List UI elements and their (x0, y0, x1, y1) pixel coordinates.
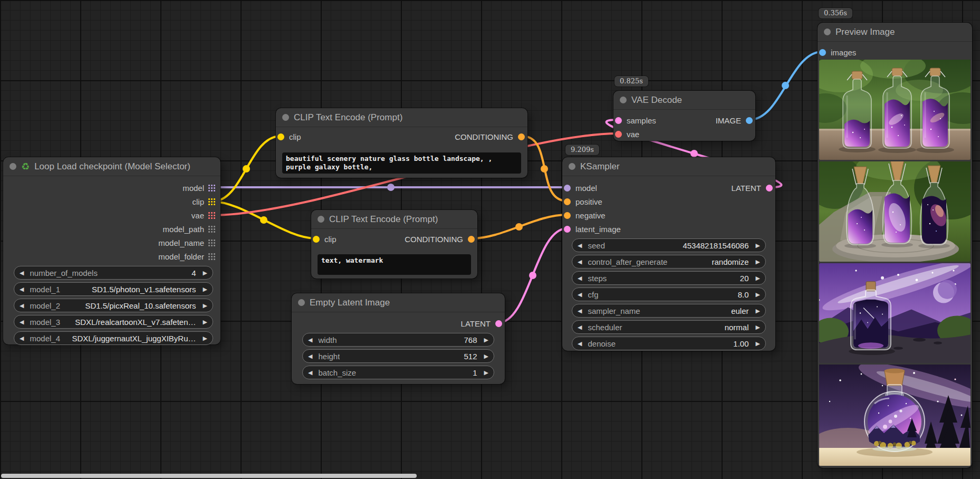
node-vae-decode[interactable]: VAE Decode samples IMAGE vae (613, 91, 755, 141)
widget-steps[interactable]: ◀ steps 20 ▶ (572, 271, 766, 285)
decrement-arrow-icon[interactable]: ◀ (308, 353, 312, 360)
increment-arrow-icon[interactable]: ▶ (756, 291, 760, 298)
node-header[interactable]: ♻ Loop Load checkpoint (Model Selector) (3, 157, 220, 176)
increment-arrow-icon[interactable]: ▶ (203, 286, 207, 293)
collapse-dot-icon[interactable] (318, 216, 324, 223)
output-port[interactable] (766, 185, 773, 191)
collapse-dot-icon[interactable] (569, 163, 575, 170)
widget-model-4[interactable]: ◀ model_4 SDXL/juggernautXL_juggXIByRu… … (14, 331, 213, 345)
wire-conditioning-positive (522, 136, 567, 201)
decrement-arrow-icon[interactable]: ◀ (20, 319, 24, 325)
decrement-arrow-icon[interactable]: ◀ (20, 335, 24, 342)
node-empty-latent-image[interactable]: Empty Latent Image LATENT ◀ width 768 ▶ … (292, 293, 505, 384)
increment-arrow-icon[interactable]: ▶ (756, 340, 760, 347)
prompt-textarea[interactable]: text, watermark (318, 254, 471, 275)
horizontal-scrollbar[interactable] (1, 474, 417, 478)
widget-batch-size[interactable]: ◀ batch_size 1 ▶ (302, 366, 494, 379)
widget-scheduler[interactable]: ◀ scheduler normal ▶ (572, 320, 766, 334)
input-port[interactable] (819, 49, 826, 56)
increment-arrow-icon[interactable]: ▶ (203, 319, 207, 325)
collapse-dot-icon[interactable] (282, 114, 289, 121)
node-header[interactable]: KSampler (562, 157, 775, 176)
comfyui-node-graph[interactable]: { "ui": {"arrow_left": "◀", "arrow_right… (0, 0, 980, 479)
widget-control-after-generate[interactable]: ◀ control_after_generate randomize ▶ (572, 255, 766, 269)
collapse-dot-icon[interactable] (298, 299, 305, 306)
node-clip-text-encode-negative[interactable]: CLIP Text Encode (Prompt) clip CONDITION… (311, 210, 477, 279)
prompt-textarea[interactable]: beautiful scenery nature glass bottle la… (282, 152, 521, 174)
widget-width[interactable]: ◀ width 768 ▶ (302, 333, 494, 347)
output-port[interactable] (746, 117, 753, 124)
increment-arrow-icon[interactable]: ▶ (203, 335, 207, 342)
input-port[interactable] (615, 131, 622, 138)
widget-label: denoise (588, 339, 616, 348)
increment-arrow-icon[interactable]: ▶ (484, 369, 488, 376)
decrement-arrow-icon[interactable]: ◀ (20, 286, 24, 293)
node-ksampler[interactable]: KSampler model LATENT positive negative … (562, 157, 775, 351)
execution-time-badge: 0.356s (819, 8, 852, 18)
collapse-dot-icon[interactable] (620, 97, 627, 103)
increment-arrow-icon[interactable]: ▶ (756, 324, 760, 331)
decrement-arrow-icon[interactable]: ◀ (308, 369, 312, 376)
input-port[interactable] (564, 185, 571, 191)
decrement-arrow-icon[interactable]: ◀ (578, 340, 582, 347)
increment-arrow-icon[interactable]: ▶ (756, 242, 760, 249)
node-header[interactable]: CLIP Text Encode (Prompt) (276, 108, 527, 127)
slot-label: clip (324, 235, 337, 244)
increment-arrow-icon[interactable]: ▶ (484, 353, 488, 360)
output-port[interactable] (518, 133, 525, 140)
increment-arrow-icon[interactable]: ▶ (756, 275, 760, 282)
node-loop-load-checkpoint[interactable]: ♻ Loop Load checkpoint (Model Selector) … (3, 157, 220, 344)
widget-seed[interactable]: ◀ seed 453482181546086 ▶ (572, 238, 766, 252)
widget-model-3[interactable]: ◀ model_3 SDXL/realcartoonXL_v7.safeten…… (14, 315, 213, 329)
wire-clip-positive (212, 136, 281, 202)
decrement-arrow-icon[interactable]: ◀ (20, 270, 24, 276)
node-clip-text-encode-positive[interactable]: CLIP Text Encode (Prompt) clip CONDITION… (276, 108, 527, 178)
input-port[interactable] (564, 212, 571, 219)
widget-sampler-name[interactable]: ◀ sampler_name euler ▶ (572, 304, 766, 318)
multi-output-grid-icon[interactable] (208, 226, 215, 233)
widget-label: control_after_generate (588, 257, 667, 266)
increment-arrow-icon[interactable]: ▶ (203, 270, 207, 276)
input-port[interactable] (615, 117, 622, 124)
decrement-arrow-icon[interactable]: ◀ (578, 324, 582, 331)
node-header[interactable]: VAE Decode (613, 91, 755, 110)
multi-output-grid-icon[interactable] (208, 212, 215, 219)
increment-arrow-icon[interactable]: ▶ (756, 258, 760, 265)
decrement-arrow-icon[interactable]: ◀ (20, 302, 24, 309)
collapse-dot-icon[interactable] (9, 163, 16, 170)
collapse-dot-icon[interactable] (824, 28, 831, 35)
slot-label: samples (627, 116, 656, 125)
multi-output-grid-icon[interactable] (208, 198, 215, 205)
increment-arrow-icon[interactable]: ▶ (484, 337, 488, 343)
decrement-arrow-icon[interactable]: ◀ (578, 258, 582, 265)
decrement-arrow-icon[interactable]: ◀ (578, 275, 582, 282)
widget-number-of-models[interactable]: ◀ number_of_models 4 ▶ (14, 266, 213, 280)
decrement-arrow-icon[interactable]: ◀ (578, 242, 582, 249)
slot-label: negative (575, 211, 606, 220)
widget-height[interactable]: ◀ height 512 ▶ (302, 349, 494, 363)
input-port[interactable] (313, 236, 320, 243)
node-header[interactable]: Empty Latent Image (292, 293, 505, 312)
node-preview-image[interactable]: Preview Image images (818, 23, 972, 468)
widget-cfg[interactable]: ◀ cfg 8.0 ▶ (572, 288, 766, 301)
widget-denoise[interactable]: ◀ denoise 1.00 ▶ (572, 337, 766, 350)
increment-arrow-icon[interactable]: ▶ (203, 302, 207, 309)
multi-output-grid-icon[interactable] (208, 253, 215, 260)
node-header[interactable]: CLIP Text Encode (Prompt) (311, 210, 477, 229)
widget-model-1[interactable]: ◀ model_1 SD1.5/photon_v1.safetensors ▶ (14, 282, 213, 296)
input-port[interactable] (564, 226, 571, 233)
node-header[interactable]: Preview Image (818, 23, 972, 42)
widget-model-2[interactable]: ◀ model_2 SD1.5/picxReal_10.safetensors … (14, 299, 213, 312)
output-port[interactable] (495, 320, 502, 327)
decrement-arrow-icon[interactable]: ◀ (308, 337, 312, 343)
multi-output-grid-icon[interactable] (208, 185, 215, 191)
decrement-arrow-icon[interactable]: ◀ (578, 308, 582, 314)
multi-output-grid-icon[interactable] (208, 240, 215, 246)
widget-value: randomize (712, 257, 748, 266)
output-port[interactable] (468, 236, 475, 243)
increment-arrow-icon[interactable]: ▶ (756, 308, 760, 314)
decrement-arrow-icon[interactable]: ◀ (578, 291, 582, 298)
input-port[interactable] (564, 198, 571, 205)
input-port[interactable] (277, 133, 284, 140)
widget-label: cfg (588, 290, 598, 299)
